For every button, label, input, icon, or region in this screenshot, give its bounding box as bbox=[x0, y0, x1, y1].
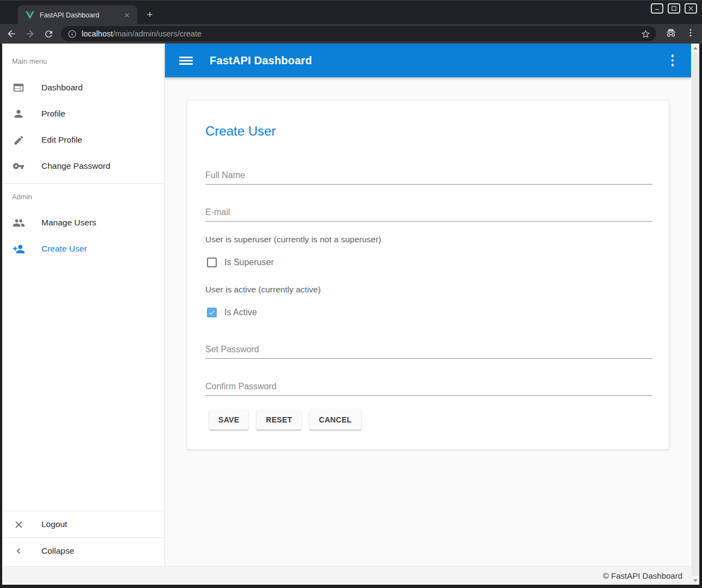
is-active-checkbox[interactable] bbox=[207, 308, 217, 317]
sidebar-item-edit-profile[interactable]: Edit Profile bbox=[2, 127, 164, 153]
save-button[interactable]: SAVE bbox=[209, 409, 248, 430]
page-content: Main menu Dashboard Profile Edit Profile bbox=[2, 44, 699, 585]
sidebar-section-admin: Admin bbox=[12, 193, 32, 201]
active-note: User is active (currently active) bbox=[205, 285, 321, 295]
new-tab-button[interactable]: + bbox=[143, 8, 157, 22]
incognito-icon bbox=[665, 27, 677, 39]
toolbar-right-icons bbox=[665, 27, 695, 39]
full-name-input[interactable] bbox=[205, 167, 652, 185]
appbar-menu-icon[interactable] bbox=[668, 53, 677, 68]
people-icon bbox=[12, 216, 25, 229]
page-footer: © FastAPI Dashboard bbox=[2, 566, 691, 585]
close-x-icon bbox=[12, 518, 25, 531]
scrollbar-up-icon[interactable] bbox=[691, 44, 699, 52]
tab-title: FastAPI Dashboard bbox=[40, 11, 122, 19]
appbar-title: FastAPI Dashboard bbox=[210, 54, 312, 67]
person-add-icon bbox=[12, 242, 25, 255]
reset-button[interactable]: RESET bbox=[257, 409, 301, 430]
check-icon bbox=[208, 309, 216, 316]
scrollbar-down-icon[interactable] bbox=[691, 576, 699, 585]
sidebar-item-label: Profile bbox=[41, 109, 65, 119]
dashboard-icon bbox=[12, 81, 25, 94]
browser-titlebar: FastAPI Dashboard + bbox=[0, 0, 702, 24]
browser-toolbar: localhost/main/admin/users/create bbox=[0, 24, 702, 44]
email-field-wrap bbox=[205, 204, 652, 222]
sidebar-item-label: Change Password bbox=[41, 161, 111, 171]
superuser-note: User is superuser (currently is not a su… bbox=[205, 235, 381, 244]
forward-icon[interactable] bbox=[23, 27, 37, 41]
hamburger-menu-icon[interactable] bbox=[179, 57, 193, 65]
sidebar-item-label: Manage Users bbox=[41, 218, 96, 228]
is-active-label: Is Active bbox=[224, 308, 257, 317]
sidebar-item-label: Logout bbox=[41, 519, 67, 529]
sidebar-item-change-password[interactable]: Change Password bbox=[2, 153, 164, 179]
address-bar[interactable]: localhost/main/admin/users/create bbox=[61, 26, 656, 41]
sidebar-item-label: Dashboard bbox=[41, 83, 83, 93]
minimize-button[interactable] bbox=[651, 3, 663, 14]
set-password-input[interactable] bbox=[205, 341, 652, 359]
cancel-button[interactable]: CANCEL bbox=[309, 409, 361, 430]
url-text: localhost/main/admin/users/create bbox=[82, 29, 640, 38]
maximize-button[interactable] bbox=[668, 3, 680, 14]
sidebar-divider bbox=[2, 183, 164, 184]
sidebar-item-collapse[interactable]: Collapse bbox=[2, 538, 164, 564]
browser-tab[interactable]: FastAPI Dashboard bbox=[18, 5, 137, 24]
copyright-text: © FastAPI Dashboard bbox=[603, 571, 682, 580]
sidebar-section-main-menu: Main menu bbox=[12, 57, 47, 65]
reload-icon[interactable] bbox=[41, 27, 56, 41]
key-icon bbox=[12, 160, 25, 173]
tab-close-icon[interactable] bbox=[122, 10, 132, 20]
close-button[interactable] bbox=[685, 3, 697, 14]
sidebar-item-dashboard[interactable]: Dashboard bbox=[2, 75, 164, 101]
window-controls bbox=[651, 3, 697, 14]
bookmark-star-icon[interactable] bbox=[640, 29, 651, 39]
scrollbar-thumb[interactable] bbox=[692, 52, 699, 576]
is-superuser-checkbox[interactable] bbox=[207, 258, 217, 267]
is-active-checkbox-row[interactable]: Is Active bbox=[207, 308, 257, 317]
email-input[interactable] bbox=[205, 204, 652, 222]
sidebar-item-logout[interactable]: Logout bbox=[2, 511, 164, 537]
is-superuser-checkbox-row[interactable]: Is Superuser bbox=[207, 258, 274, 267]
page-scrollbar[interactable] bbox=[691, 44, 699, 585]
url-host: localhost bbox=[82, 29, 113, 38]
pencil-icon bbox=[12, 133, 25, 146]
sidebar-item-create-user[interactable]: Create User bbox=[2, 236, 164, 262]
confirm-password-input[interactable] bbox=[205, 378, 652, 396]
person-icon bbox=[12, 107, 25, 120]
sidebar: Main menu Dashboard Profile Edit Profile bbox=[2, 44, 165, 566]
full-name-field-wrap bbox=[205, 167, 652, 185]
form-buttons: SAVE RESET CANCEL bbox=[209, 409, 361, 430]
create-user-card: Create User User is superuser (currently… bbox=[187, 100, 669, 450]
appbar: FastAPI Dashboard bbox=[165, 44, 691, 77]
url-path: /main/admin/users/create bbox=[113, 29, 202, 38]
browser-window: FastAPI Dashboard + bbox=[0, 0, 702, 588]
form-title: Create User bbox=[205, 124, 276, 139]
browser-menu-icon[interactable] bbox=[686, 28, 695, 38]
sidebar-item-label: Collapse bbox=[41, 546, 74, 556]
is-superuser-label: Is Superuser bbox=[224, 258, 274, 267]
chevron-left-icon bbox=[12, 544, 25, 558]
sidebar-item-label: Create User bbox=[41, 244, 87, 254]
sidebar-item-manage-users[interactable]: Manage Users bbox=[2, 210, 164, 236]
site-info-icon[interactable] bbox=[68, 29, 77, 39]
confirm-password-field-wrap bbox=[205, 378, 652, 396]
back-icon[interactable] bbox=[4, 27, 19, 41]
sidebar-item-profile[interactable]: Profile bbox=[2, 101, 164, 127]
vue-favicon-icon bbox=[26, 11, 34, 19]
sidebar-item-label: Edit Profile bbox=[41, 135, 82, 145]
set-password-field-wrap bbox=[205, 341, 652, 359]
